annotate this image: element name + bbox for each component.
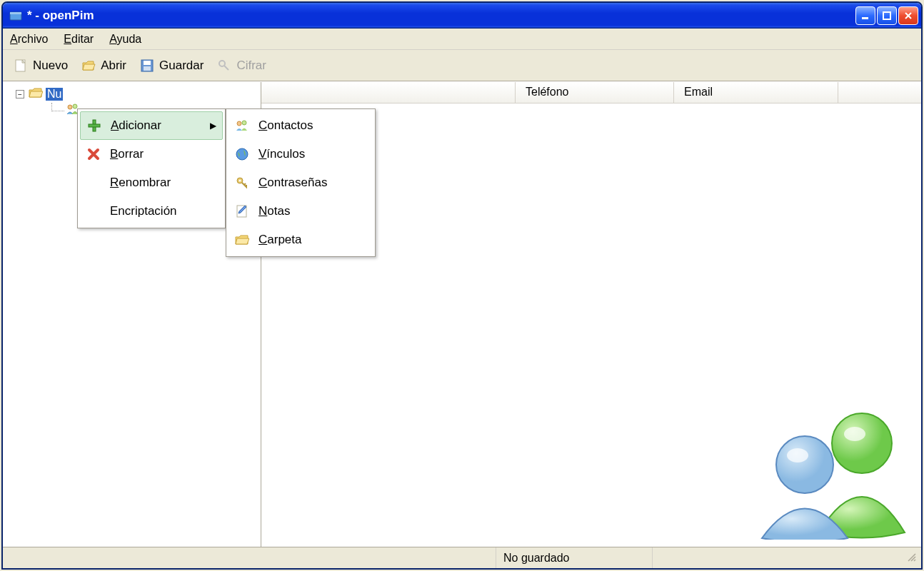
toolbar-abrir-label: Abrir [101,59,126,73]
column-header-telefono[interactable]: Teléfono [516,82,674,103]
cm-adicionar-label: Adicionar [111,118,161,133]
svg-rect-1 [10,12,21,14]
resize-grip[interactable] [905,551,921,565]
cm-contactos-label: Contactos [258,118,313,133]
maximize-button[interactable] [877,6,897,25]
svg-point-18 [242,121,246,125]
blank-icon [86,175,101,191]
status-text: No guardado [496,547,653,568]
toolbar-nuevo[interactable]: Nuevo [13,58,68,74]
plus-icon [86,118,102,133]
toolbar: Nuevo Abrir Guardar Cifrar [3,50,921,81]
context-submenu-adicionar: Contactos Vínculos Contraseñas Notas Car… [226,108,376,257]
cm-contrasenas-label: Contraseñas [258,176,327,190]
buddies-image [751,404,908,540]
window-controls [855,6,918,25]
cm-adicionar[interactable]: Adicionar ▶ [80,111,223,140]
svg-rect-7 [144,66,151,71]
statusbar: No guardado [3,547,921,568]
svg-point-14 [844,427,865,441]
cm-renombrar[interactable]: Renombrar [80,168,223,197]
tree-root-label: Nu [46,88,63,101]
svg-point-17 [237,121,241,126]
svg-point-13 [787,448,808,463]
toolbar-cifrar-label: Cifrar [236,59,266,73]
globe-icon [234,146,250,162]
delete-icon [86,146,101,162]
menu-archivo[interactable]: Archivo [10,33,48,46]
menu-editar[interactable]: Editar [64,33,94,46]
cm-renombrar-label: Renombrar [110,176,171,190]
toolbar-nuevo-label: Nuevo [33,59,68,73]
key-icon [234,175,250,191]
svg-point-19 [236,148,248,160]
cm-contactos[interactable]: Contactos [229,111,373,140]
column-header-blank[interactable] [261,82,516,103]
app-icon [9,9,23,23]
window-title: * - openPim [27,9,855,23]
toolbar-guardar[interactable]: Guardar [139,58,204,74]
svg-rect-3 [883,12,890,19]
new-file-icon [13,58,29,74]
context-menu-tree: Adicionar ▶ Borrar Renombrar Encriptació… [77,108,226,228]
svg-rect-6 [144,61,151,65]
tree-connector [51,103,64,111]
cm-notas-label: Notas [258,204,290,218]
svg-rect-16 [89,124,100,127]
svg-point-10 [73,104,77,108]
submenu-arrow-icon: ▶ [210,121,216,131]
cm-vinculos-label: Vínculos [258,147,305,161]
menu-ayuda[interactable]: Ayuda [109,33,141,46]
folder-icon [29,87,43,101]
toolbar-guardar-label: Guardar [159,59,204,73]
toolbar-abrir[interactable]: Abrir [81,58,126,74]
svg-point-21 [239,180,241,182]
column-header-end[interactable] [838,82,921,103]
tree-root[interactable]: − Nu [16,86,261,102]
cm-encriptacion-label: Encriptación [110,204,177,218]
toolbar-cifrar[interactable]: Cifrar [216,58,266,74]
save-icon [139,58,155,74]
cm-borrar[interactable]: Borrar [80,140,223,168]
cm-notas[interactable]: Notas [229,197,373,226]
svg-point-9 [68,105,72,109]
column-header-email[interactable]: Email [674,82,838,103]
cm-vinculos[interactable]: Vínculos [229,140,373,168]
cm-borrar-label: Borrar [110,147,144,161]
folder-icon [234,232,250,248]
cm-carpeta[interactable]: Carpeta [229,226,373,254]
open-folder-icon [81,58,96,74]
svg-point-12 [776,436,833,493]
menubar: Archivo Editar Ayuda [3,29,921,50]
note-icon [234,203,250,219]
titlebar[interactable]: * - openPim [3,3,921,29]
tree-collapse-icon[interactable]: − [16,90,24,98]
svg-rect-2 [862,17,868,19]
close-button[interactable] [898,6,918,25]
cm-encriptacion[interactable]: Encriptación [80,197,223,226]
app-window: * - openPim Archivo Editar Ayuda Nuevo A… [1,1,923,570]
encrypt-icon [216,58,232,74]
svg-point-11 [832,413,892,473]
blank-icon [86,203,101,219]
minimize-button[interactable] [855,6,875,25]
contacts-icon [234,118,250,133]
column-headers: Teléfono Email [261,82,921,103]
svg-point-8 [219,61,225,66]
cm-carpeta-label: Carpeta [258,233,301,247]
cm-contrasenas[interactable]: Contraseñas [229,168,373,197]
